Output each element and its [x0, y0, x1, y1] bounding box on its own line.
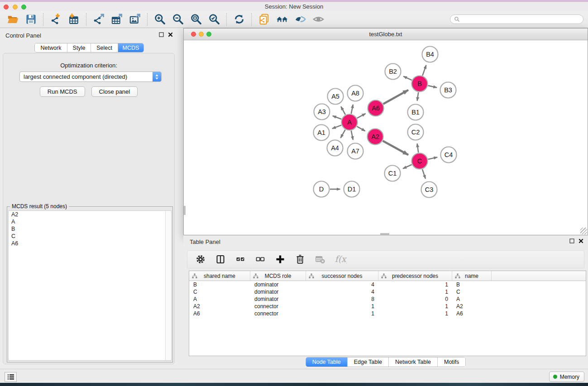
add-row-icon[interactable]: [273, 253, 287, 266]
column-header-name[interactable]: name: [452, 271, 492, 281]
graph-edge-A2-C[interactable]: [383, 141, 408, 155]
table-row[interactable]: Cdominator41C: [189, 288, 586, 295]
graph-edge-C-C1[interactable]: [403, 165, 411, 169]
table-row[interactable]: A2connector11A2: [189, 303, 586, 310]
tab-mcds[interactable]: MCDS: [118, 43, 143, 52]
column-header-MCDS-role[interactable]: MCDS role: [250, 271, 306, 281]
horizontal-scroll-thumb[interactable]: [380, 233, 389, 235]
graph-edge-A-A4[interactable]: [340, 130, 345, 138]
criterion-select[interactable]: largest connected component (directed): [19, 71, 162, 82]
close-panel-icon[interactable]: [578, 238, 583, 243]
graph-node-B3[interactable]: B3: [440, 82, 456, 98]
zoom-fit-icon[interactable]: [187, 12, 205, 27]
graph-node-A8[interactable]: A8: [348, 86, 363, 101]
deselect-all-icon[interactable]: [253, 253, 267, 266]
import-network-icon[interactable]: [47, 12, 65, 27]
run-mcds-button[interactable]: Run MCDS: [40, 86, 85, 97]
save-icon[interactable]: [22, 12, 40, 27]
mcds-result-item[interactable]: A2: [9, 211, 171, 218]
mcds-result-item[interactable]: A6: [9, 240, 171, 247]
graph-node-D1[interactable]: D1: [344, 181, 360, 197]
export-image-icon[interactable]: [126, 12, 144, 27]
tab-style[interactable]: Style: [67, 43, 91, 52]
graph-edge-A-A3[interactable]: [333, 116, 341, 119]
column-header-successor-nodes[interactable]: successor nodes: [306, 271, 378, 281]
import-table-icon[interactable]: [65, 12, 83, 27]
graph-edge-A6-B[interactable]: [383, 90, 408, 104]
graph-node-B2[interactable]: B2: [385, 64, 401, 80]
tab-network[interactable]: Network: [35, 43, 67, 52]
graph-edge-B-B2[interactable]: [403, 76, 412, 80]
graph-node-A[interactable]: A: [342, 114, 358, 130]
graph-edge-C-C2[interactable]: [417, 143, 419, 152]
graph-edge-B-B1[interactable]: [417, 92, 419, 101]
graph-edge-B-B3[interactable]: [428, 86, 437, 87]
zoom-out-icon[interactable]: [169, 12, 187, 27]
graph-node-A6[interactable]: A6: [368, 100, 384, 116]
result-list-scrollbar[interactable]: [165, 211, 171, 360]
table-row[interactable]: Adominator80A: [189, 295, 586, 303]
tab-node-table[interactable]: Node Table: [306, 357, 348, 367]
tab-select[interactable]: Select: [91, 43, 118, 52]
graph-node-C3[interactable]: C3: [421, 182, 437, 198]
graph-node-B[interactable]: B: [412, 76, 428, 92]
open-folder-icon[interactable]: [4, 12, 22, 27]
graph-edge-A-A5[interactable]: [341, 106, 345, 114]
tab-edge-table[interactable]: Edge Table: [348, 357, 389, 367]
memory-button[interactable]: Memory: [549, 372, 584, 382]
network-window-title-bar[interactable]: testGlobe.txt: [184, 29, 588, 40]
resize-grip[interactable]: [580, 228, 587, 234]
graph-node-D[interactable]: D: [314, 181, 330, 197]
graph-edge-A-A8[interactable]: [351, 105, 353, 114]
graph-node-B4[interactable]: B4: [422, 47, 438, 62]
graph-node-A7[interactable]: A7: [348, 143, 363, 159]
graph-node-C1[interactable]: C1: [385, 166, 401, 181]
task-history-button[interactable]: [5, 372, 17, 382]
export-network-icon[interactable]: [90, 12, 108, 27]
graph-node-A3[interactable]: A3: [314, 104, 330, 120]
zoom-selected-icon[interactable]: [205, 12, 223, 27]
graph-node-B1[interactable]: B1: [408, 105, 424, 120]
export-table-icon[interactable]: [108, 12, 126, 27]
network-canvas[interactable]: B4B2BB3A5A8A6B1A3AC2A1A2A4A7C4CC1C3DD1: [184, 40, 588, 235]
graph-node-A4[interactable]: A4: [327, 140, 343, 156]
graph-edge-A-A7[interactable]: [351, 131, 353, 140]
column-header-predecessor-nodes[interactable]: predecessor nodes: [378, 271, 452, 281]
show-panels-icon[interactable]: [273, 12, 291, 27]
float-panel-icon[interactable]: [159, 32, 164, 37]
settings-gear-icon[interactable]: [194, 253, 207, 266]
zoom-in-icon[interactable]: [151, 12, 169, 27]
refresh-layout-icon[interactable]: [230, 12, 248, 27]
vertical-scroll-thumb[interactable]: [184, 206, 186, 215]
split-columns-icon[interactable]: [214, 253, 227, 266]
graph-edge-A-A6[interactable]: [357, 114, 366, 118]
column-header-shared-name[interactable]: shared name: [189, 271, 250, 281]
table-row[interactable]: A6connector11A6: [189, 310, 586, 317]
graph-node-A1[interactable]: A1: [314, 125, 330, 141]
float-panel-icon[interactable]: [569, 238, 574, 243]
graph-node-C2[interactable]: C2: [408, 124, 424, 140]
graph-node-C4[interactable]: C4: [441, 147, 457, 163]
mcds-result-item[interactable]: C: [9, 233, 171, 240]
clone-network-icon[interactable]: [255, 12, 273, 27]
tab-network-table[interactable]: Network Table: [389, 357, 438, 367]
graph-node-A5[interactable]: A5: [328, 89, 344, 105]
graph-edge-B-B4[interactable]: [422, 65, 426, 76]
graph-node-C[interactable]: C: [412, 153, 428, 169]
table-row[interactable]: Bdominator41B: [189, 281, 586, 288]
graph-edge-A-A2[interactable]: [357, 126, 365, 131]
graph-edge-C-C4[interactable]: [428, 157, 438, 159]
search-box[interactable]: [450, 14, 583, 24]
mcds-result-item[interactable]: A: [9, 218, 171, 225]
delete-row-icon[interactable]: [293, 253, 307, 266]
graph-edge-C-C3[interactable]: [422, 169, 425, 179]
tab-motifs[interactable]: Motifs: [438, 357, 465, 367]
mcds-result-item[interactable]: B: [9, 225, 171, 233]
search-input[interactable]: [462, 16, 579, 23]
hide-graphics-details-icon[interactable]: [291, 12, 309, 27]
graph-node-A2[interactable]: A2: [368, 129, 383, 145]
graph-edge-A-A1[interactable]: [332, 125, 341, 129]
select-all-icon[interactable]: [234, 253, 247, 266]
close-panel-icon[interactable]: [168, 32, 173, 37]
close-panel-button[interactable]: Close panel: [91, 86, 138, 97]
